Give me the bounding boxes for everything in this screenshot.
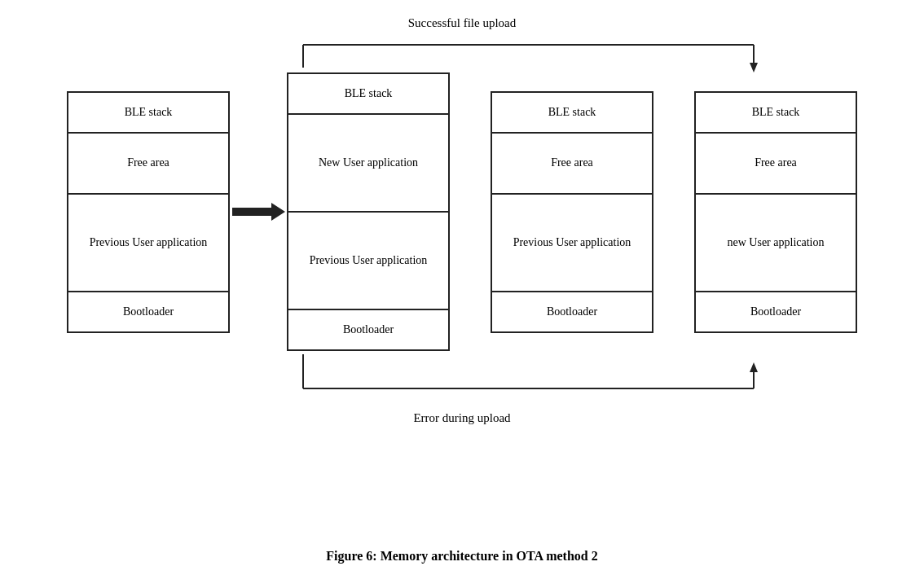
diagram-container: Successful file upload BLE stack Free ar… — [0, 16, 924, 425]
cell-bootloader-4: Bootloader — [695, 292, 856, 332]
bottom-arrow-svg — [144, 351, 780, 408]
cell-new-user-4: new User application — [695, 194, 856, 292]
svg-marker-8 — [750, 362, 758, 372]
memory-block-1: BLE stack Free area Previous User applic… — [67, 91, 230, 333]
cell-bootloader-1: Bootloader — [68, 292, 229, 332]
top-arrow-svg — [144, 37, 780, 72]
cell-free-3: Free area — [491, 133, 653, 194]
top-label: Successful file upload — [408, 16, 516, 30]
cell-new-user-2: New User application — [288, 114, 449, 212]
cell-prev-user-2: Previous User application — [288, 212, 449, 309]
cell-free-1: Free area — [68, 133, 229, 194]
cell-ble-2: BLE stack — [288, 73, 449, 114]
svg-marker-4 — [232, 203, 285, 221]
memory-block-4: BLE stack Free area new User application… — [694, 91, 857, 333]
right-arrow-svg-1 — [232, 200, 285, 224]
memory-block-3: BLE stack Free area Previous User applic… — [491, 91, 653, 333]
arrow-col1-col2 — [230, 200, 287, 224]
cell-prev-user-1: Previous User application — [68, 194, 229, 292]
cell-ble-3: BLE stack — [491, 92, 653, 133]
cell-bootloader-2: Bootloader — [288, 309, 449, 350]
columns-row: BLE stack Free area Previous User applic… — [67, 72, 857, 351]
cell-ble-1: BLE stack — [68, 92, 229, 133]
cell-free-4: Free area — [695, 133, 856, 194]
svg-marker-3 — [750, 63, 758, 72]
cell-ble-4: BLE stack — [695, 92, 856, 133]
figure-caption: Figure 6: Memory architecture in OTA met… — [0, 549, 924, 564]
bottom-label: Error during upload — [413, 411, 510, 425]
cell-bootloader-3: Bootloader — [491, 292, 653, 332]
memory-block-2: BLE stack New User application Previous … — [287, 72, 450, 351]
cell-prev-user-3: Previous User application — [491, 194, 653, 292]
